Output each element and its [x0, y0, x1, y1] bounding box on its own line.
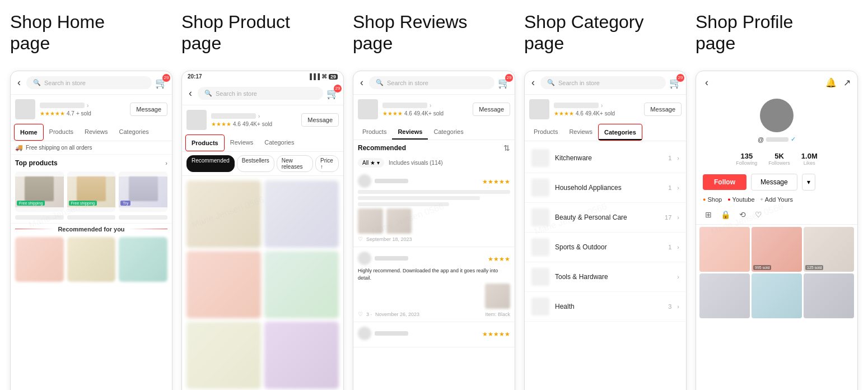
- share-icon[interactable]: ↗: [843, 77, 851, 88]
- back-button[interactable]: ‹: [15, 76, 23, 90]
- rec-item-1[interactable]: [15, 237, 64, 282]
- message-button-reviews[interactable]: Message: [473, 103, 510, 116]
- profile-item-3[interactable]: 125 sold: [804, 227, 854, 272]
- search-bar-reviews[interactable]: 🔍 Search in store: [369, 76, 494, 89]
- profile-item-5[interactable]: [752, 273, 802, 318]
- search-bar-category[interactable]: 🔍 Search in store: [540, 76, 666, 89]
- status-bar-product: 20:17 ▐▐▐ ⌘ 29: [182, 71, 343, 82]
- profile-item-6[interactable]: [804, 273, 854, 318]
- back-button-category[interactable]: ‹: [529, 76, 537, 90]
- category-household[interactable]: Household Appliances 1 ›: [525, 173, 686, 203]
- all-stars-filter[interactable]: All ★ ▾: [358, 158, 384, 168]
- following-label: Following: [736, 160, 757, 166]
- back-button-product[interactable]: ‹: [186, 86, 194, 100]
- filter-recommended[interactable]: Recommended: [186, 155, 235, 172]
- chevron-right-icon: ›: [87, 103, 88, 109]
- dropdown-button[interactable]: ▾: [802, 174, 815, 191]
- sort-icon[interactable]: ⇅: [503, 143, 510, 152]
- cart-icon-home[interactable]: 🛒 29: [155, 77, 167, 89]
- profile-stats: 135 Following 5K Followers 1.0M Likes: [696, 147, 857, 170]
- category-beauty[interactable]: Beauty & Personal Care 17 ›: [525, 203, 686, 233]
- profile-item-2[interactable]: 995 sold: [752, 227, 802, 272]
- tab-reviews-home[interactable]: Reviews: [79, 124, 114, 141]
- product-list-4[interactable]: [264, 251, 339, 318]
- product-card-2[interactable]: Free shipping: [67, 171, 116, 212]
- cart-icon-reviews[interactable]: 🛒 29: [498, 77, 510, 89]
- see-more-top-products[interactable]: ›: [165, 160, 167, 166]
- profile-top-bar: ‹ 🔔 ↗: [696, 71, 857, 94]
- follow-button[interactable]: Follow: [703, 174, 746, 190]
- search-bar-product[interactable]: 🔍 Search in store: [198, 87, 323, 100]
- grid-icon-tab[interactable]: ⊞: [701, 207, 716, 222]
- profile-item-4[interactable]: [699, 273, 750, 318]
- tab-reviews-active[interactable]: Reviews: [392, 124, 428, 140]
- category-name-1: Kitchenware: [555, 154, 662, 162]
- product-list-2[interactable]: [264, 180, 339, 248]
- product-list-5[interactable]: [186, 322, 261, 389]
- sold-label-1: 995 sold: [753, 265, 771, 270]
- bell-icon[interactable]: 🔔: [825, 77, 837, 88]
- category-health[interactable]: Health 3 ›: [525, 292, 686, 322]
- search-icon-category: 🔍: [547, 79, 555, 86]
- youtube-link-label: Youtube: [732, 196, 755, 203]
- shop-link[interactable]: ● Shop: [703, 196, 722, 203]
- message-button-home[interactable]: Message: [130, 103, 167, 116]
- rec-item-3[interactable]: [119, 237, 167, 282]
- product-list-1[interactable]: [186, 180, 261, 248]
- tab-home[interactable]: Home: [14, 124, 44, 141]
- category-sports[interactable]: Sports & Outdoor 1 ›: [525, 233, 686, 262]
- sold-label-2: 125 sold: [805, 265, 823, 270]
- filter-new-releases[interactable]: New releases: [277, 155, 313, 172]
- lock-icon-tab[interactable]: 🔒: [716, 207, 735, 222]
- product-card-1[interactable]: Free shipping: [15, 171, 64, 212]
- category-arrow-6: ›: [677, 303, 679, 310]
- back-button-profile[interactable]: ‹: [703, 76, 711, 90]
- product-card-3[interactable]: Try: [119, 171, 167, 212]
- rec-item-2[interactable]: [67, 237, 116, 282]
- tab-reviews-category[interactable]: Reviews: [563, 124, 598, 141]
- tab-categories-product[interactable]: Categories: [259, 134, 300, 151]
- message-button-product[interactable]: Message: [301, 113, 339, 127]
- product-list-3[interactable]: [186, 251, 261, 318]
- cart-icon-product[interactable]: 🛒 29: [326, 87, 339, 100]
- tab-products-reviews[interactable]: Products: [357, 124, 392, 140]
- reviewer-name-2: [375, 256, 408, 261]
- search-icon-product: 🔍: [204, 90, 212, 97]
- youtube-link[interactable]: ● Youtube: [727, 196, 754, 203]
- product-list-6[interactable]: [264, 322, 339, 389]
- tab-categories-reviews[interactable]: Categories: [428, 124, 469, 140]
- message-button-category[interactable]: Message: [644, 103, 682, 116]
- review-stars-3: ★★★★★: [482, 328, 510, 338]
- message-button-profile[interactable]: Message: [751, 174, 797, 191]
- store-avatar-reviews: [358, 99, 378, 119]
- category-kitchenware[interactable]: Kitchenware 1 ›: [525, 143, 686, 173]
- profile-actions: Follow Message ▾: [696, 170, 857, 194]
- search-bar-home[interactable]: 🔍 Search in store: [26, 76, 152, 89]
- heart-icon-1[interactable]: ♡: [358, 236, 363, 242]
- status-time: 20:17: [188, 73, 202, 80]
- category-icon-1: [531, 149, 549, 167]
- filter-price[interactable]: Price ↑: [315, 155, 339, 172]
- shop-home-title: Shop Home page: [10, 11, 172, 62]
- repost-icon-tab[interactable]: ⟲: [735, 207, 750, 222]
- filter-bestsellers[interactable]: Bestsellers: [237, 155, 274, 172]
- cart-icon-category[interactable]: 🛒 29: [669, 77, 682, 89]
- heart-icon-2[interactable]: ♡: [358, 311, 363, 317]
- tab-reviews-product[interactable]: Reviews: [225, 134, 259, 151]
- home-header: ‹ 🔍 Search in store 🛒 29: [11, 71, 172, 95]
- category-tools[interactable]: Tools & Hardware ›: [525, 262, 686, 292]
- shop-product-section: Shop Product page Marie Jensen 0566 20:1…: [177, 11, 348, 390]
- tab-categories-home[interactable]: Categories: [114, 124, 155, 141]
- tab-categories-active[interactable]: Categories: [598, 124, 642, 141]
- store-name-placeholder-3: [382, 103, 427, 108]
- reviewer-avatar-3: [358, 327, 371, 340]
- profile-item-1[interactable]: [699, 227, 750, 272]
- tab-products-category[interactable]: Products: [528, 124, 563, 141]
- liked-icon-tab[interactable]: ♡: [750, 207, 767, 222]
- tab-products-home[interactable]: Products: [44, 124, 79, 141]
- free-shipping-badge-2: Free shipping: [69, 201, 97, 206]
- tab-products-active[interactable]: Products: [185, 134, 225, 151]
- back-button-reviews[interactable]: ‹: [358, 76, 366, 90]
- blurred-item-4: [699, 273, 750, 318]
- add-yours-link[interactable]: + Add Yours: [760, 196, 793, 203]
